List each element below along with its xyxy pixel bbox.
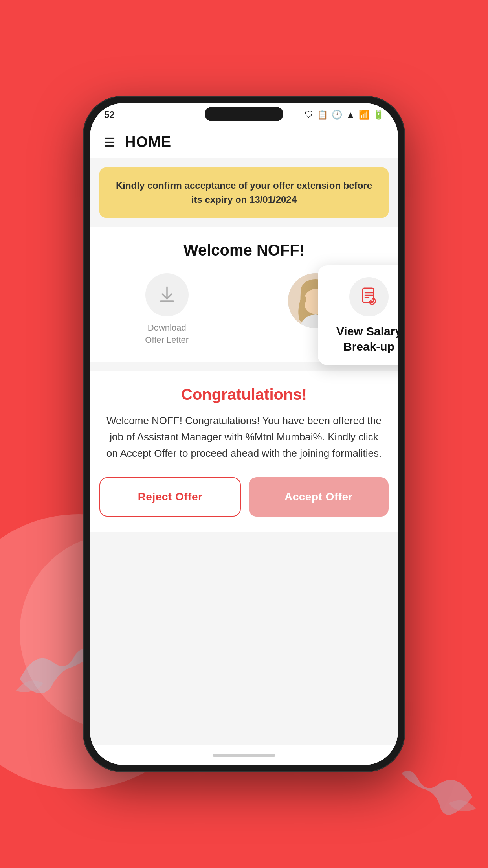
download-offer-label: DownloadOffer Letter <box>145 322 189 346</box>
main-card: Welcome NOFF! DownloadOffer Letter <box>90 227 398 362</box>
salary-popup-card[interactable]: View Salary Break-up <box>318 265 398 365</box>
welcome-title: Welcome NOFF! <box>99 241 389 259</box>
phone-screen: 52 🛡 📋 🕐 ▲ 📶 🔋 ☰ HOME Kindly confirm acc… <box>90 103 398 765</box>
download-icon-circle <box>145 273 189 316</box>
sim-status-icon: 📋 <box>317 110 328 120</box>
shield-status-icon: 🛡 <box>305 110 313 120</box>
offer-banner: Kindly confirm acceptance of your offer … <box>99 167 389 218</box>
salary-popup-label: View Salary Break-up <box>327 324 398 354</box>
screen-content[interactable]: Kindly confirm acceptance of your offer … <box>90 158 398 745</box>
status-icons: 🛡 📋 🕐 ▲ 📶 🔋 <box>305 110 384 120</box>
document-icon <box>359 287 379 307</box>
wifi-status-icon: ▲ <box>346 110 355 120</box>
congratulations-section: Congratulations! Welcome NOFF! Congratul… <box>90 371 398 478</box>
salary-icon-circle <box>349 277 389 316</box>
buttons-row: Reject Offer Accept Offer <box>90 477 398 532</box>
home-indicator-bar <box>213 754 275 757</box>
accept-offer-button[interactable]: Accept Offer <box>249 477 389 517</box>
hamburger-icon[interactable]: ☰ <box>104 135 116 150</box>
banner-text: Kindly confirm acceptance of your offer … <box>111 178 377 207</box>
phone-frame: 52 🛡 📋 🕐 ▲ 📶 🔋 ☰ HOME Kindly confirm acc… <box>83 96 405 772</box>
reject-offer-button[interactable]: Reject Offer <box>99 477 241 517</box>
signal-status-icon: 📶 <box>359 110 369 120</box>
download-icon <box>157 285 177 305</box>
bird-right-icon <box>402 766 480 829</box>
congratulations-body: Welcome NOFF! Congratulations! You have … <box>104 413 384 462</box>
download-offer-action[interactable]: DownloadOffer Letter <box>145 273 189 346</box>
actions-row: DownloadOffer Letter <box>99 273 389 346</box>
nav-bar: ☰ HOME <box>90 127 398 158</box>
status-time: 52 <box>104 109 115 120</box>
clock-status-icon: 🕐 <box>332 110 342 120</box>
home-indicator <box>90 745 398 765</box>
congratulations-title: Congratulations! <box>104 386 384 403</box>
page-title: HOME <box>125 134 171 151</box>
battery-status-icon: 🔋 <box>373 110 384 120</box>
dynamic-island <box>205 107 283 121</box>
